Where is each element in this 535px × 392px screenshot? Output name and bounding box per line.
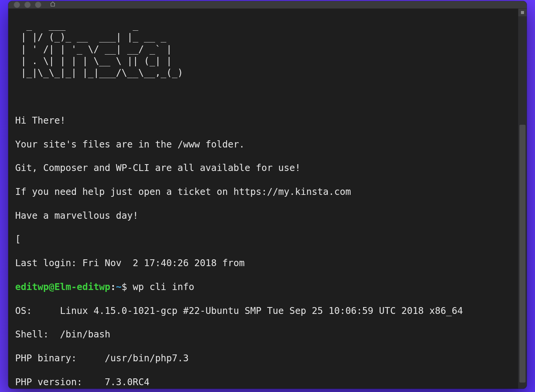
bracket-line: [ xyxy=(15,233,514,245)
ascii-art: _ ___ _ | |/ (_)_ __ ___| |_ __ _ | ' /|… xyxy=(15,19,514,79)
greeting-line: Have a marvellous day! xyxy=(15,210,514,221)
minimize-button[interactable] xyxy=(24,2,31,8)
scroll-up-button[interactable] xyxy=(518,9,527,16)
zoom-button[interactable] xyxy=(35,2,41,8)
window-controls xyxy=(14,2,41,8)
output-shell: Shell: /bin/bash xyxy=(15,328,514,340)
prompt-user-host: editwp@Elm-editwp xyxy=(15,281,110,292)
scroll-thumb[interactable] xyxy=(519,125,526,383)
output-php-version: PHP version: 7.3.0RC4 xyxy=(15,376,514,388)
blank xyxy=(15,91,514,102)
command-text: wp cli info xyxy=(127,281,194,292)
terminal-body-wrap: _ ___ _ | |/ (_)_ __ ___| |_ __ _ | ' /|… xyxy=(8,9,527,389)
svg-rect-0 xyxy=(521,11,524,14)
greeting-line: Your site's files are in the /www folder… xyxy=(15,138,514,150)
titlebar xyxy=(8,1,527,9)
prompt-colon: : xyxy=(110,281,116,292)
terminal-window: _ ___ _ | |/ (_)_ __ ___| |_ __ _ | ' /|… xyxy=(8,1,527,389)
terminal-content[interactable]: _ ___ _ | |/ (_)_ __ ___| |_ __ _ | ' /|… xyxy=(8,9,518,389)
output-os: OS: Linux 4.15.0-1021-gcp #22-Ubuntu SMP… xyxy=(15,305,514,317)
greeting-line: If you need help just open a ticket on h… xyxy=(15,186,514,198)
scrollbar[interactable] xyxy=(518,9,527,389)
close-button[interactable] xyxy=(14,2,20,8)
home-icon xyxy=(50,1,56,8)
output-php-binary: PHP binary: /usr/bin/php7.3 xyxy=(15,352,514,364)
prompt-path: ~ xyxy=(116,281,122,292)
last-login: Last login: Fri Nov 2 17:40:26 2018 from xyxy=(15,257,514,269)
prompt-dollar: $ xyxy=(121,281,127,292)
greeting-line: Hi There! xyxy=(15,114,514,126)
greeting-line: Git, Composer and WP-CLI are all availab… xyxy=(15,162,514,174)
prompt-line-1: editwp@Elm-editwp:~$ wp cli info xyxy=(15,281,514,293)
bracket-open: [ xyxy=(15,234,21,245)
